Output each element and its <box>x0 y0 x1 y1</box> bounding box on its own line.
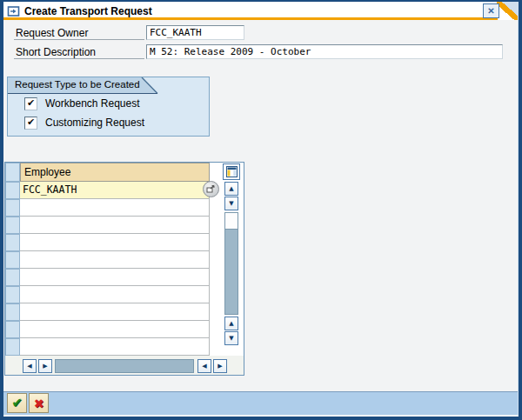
short-description-underline <box>14 58 144 59</box>
possible-entries-icon <box>206 184 216 194</box>
green-check-icon: ✔ <box>11 397 23 410</box>
arrow-right-icon: ▶ <box>218 363 222 370</box>
employee-cell[interactable] <box>20 199 210 217</box>
employee-cell[interactable] <box>20 234 210 251</box>
row-selector[interactable] <box>5 251 20 269</box>
arrow-right-icon: ▶ <box>43 363 47 370</box>
row-selector[interactable] <box>5 338 20 356</box>
customizing-request-option: ✔ Customizing Request <box>24 117 144 129</box>
title-accent-line <box>3 17 498 20</box>
window-border-top <box>0 0 522 2</box>
close-icon: ✕ <box>487 7 494 16</box>
dialog-toolbar <box>3 391 518 415</box>
row-selector[interactable] <box>5 303 20 321</box>
arrow-left-icon: ◀ <box>202 363 206 370</box>
employee-cell[interactable] <box>20 338 210 356</box>
horizontal-scrollbar-track[interactable] <box>55 359 194 373</box>
row-selector[interactable] <box>5 217 20 234</box>
table-settings-button[interactable] <box>223 163 240 180</box>
selector-column-header[interactable] <box>5 163 20 182</box>
employee-cell[interactable] <box>20 321 210 338</box>
scroll-left-end-button[interactable]: ◀ <box>197 359 211 373</box>
request-owner-label: Request Owner <box>16 27 88 39</box>
arrow-down-icon: ▼ <box>229 336 233 342</box>
cancel-button[interactable]: ✖ <box>29 393 49 413</box>
row-selector[interactable] <box>5 269 20 286</box>
employee-cell[interactable]: FCC_KAATH <box>20 182 210 199</box>
workbench-request-option: ✔ Workbench Request <box>24 97 140 110</box>
employee-cell[interactable] <box>20 251 210 269</box>
table-row: FCC_KAATH <box>5 182 210 199</box>
row-selector[interactable] <box>5 234 20 251</box>
customizing-request-label: Customizing Request <box>45 117 144 129</box>
workbench-request-checkbox[interactable]: ✔ <box>24 97 37 110</box>
window-title: Create Transport Request <box>24 5 152 17</box>
scroll-down-bottom-button[interactable]: ▼ <box>224 331 238 345</box>
window-border-bottom <box>0 417 522 420</box>
table-row <box>5 303 210 321</box>
confirm-button[interactable]: ✔ <box>7 393 27 413</box>
employee-table: Employee FCC_KAATH ▲ ▼ ▲ ▼ ◀ ▶ <box>4 162 244 376</box>
scroll-left-button[interactable]: ◀ <box>23 359 37 373</box>
row-selector[interactable] <box>5 286 20 303</box>
window-border-left <box>0 0 3 420</box>
request-owner-underline <box>14 39 144 40</box>
scroll-right-button[interactable]: ▶ <box>38 359 52 373</box>
employee-cell[interactable] <box>20 286 210 303</box>
table-row <box>5 217 210 234</box>
arrow-up-icon: ▲ <box>229 186 233 192</box>
table-row <box>5 251 210 269</box>
window-border-right <box>519 0 522 420</box>
title-corner-decoration <box>497 2 518 20</box>
row-selector[interactable] <box>5 321 20 338</box>
table-settings-icon <box>226 166 238 177</box>
employee-column-header[interactable]: Employee <box>20 163 210 182</box>
scroll-up-bottom-button[interactable]: ▲ <box>224 317 238 330</box>
customizing-request-checkbox[interactable]: ✔ <box>24 117 37 130</box>
scroll-down-button[interactable]: ▼ <box>224 197 238 210</box>
scroll-right-end-button[interactable]: ▶ <box>213 359 227 373</box>
table-row <box>5 286 210 303</box>
employee-cell[interactable] <box>20 269 210 286</box>
request-owner-input[interactable] <box>146 25 244 40</box>
table-row <box>5 234 210 251</box>
create-transport-request-dialog: Create Transport Request ✕ Request Owner… <box>0 0 522 420</box>
vertical-scrollbar-thumb[interactable] <box>225 213 238 230</box>
dialog-icon <box>7 5 20 17</box>
check-icon: ✔ <box>27 98 35 108</box>
table-row <box>5 269 210 286</box>
request-type-groupbox: Request Type to be Created ✔ Workbench R… <box>7 77 210 137</box>
check-icon: ✔ <box>27 117 35 127</box>
short-description-input[interactable] <box>146 44 503 59</box>
arrow-left-icon: ◀ <box>27 363 31 370</box>
scroll-up-button[interactable]: ▲ <box>224 182 238 196</box>
row-selector[interactable] <box>5 199 20 217</box>
possible-entries-button[interactable] <box>203 181 219 197</box>
employee-cell[interactable] <box>20 217 210 234</box>
short-description-label: Short Description <box>16 46 96 58</box>
table-row <box>5 338 210 356</box>
vertical-scrollbar-track[interactable] <box>224 212 238 315</box>
arrow-down-icon: ▼ <box>229 201 233 207</box>
employee-cell[interactable] <box>20 303 210 321</box>
workbench-request-label: Workbench Request <box>45 97 140 110</box>
table-row <box>5 199 210 217</box>
table-row <box>5 321 210 338</box>
arrow-up-icon: ▲ <box>229 321 233 327</box>
close-button[interactable]: ✕ <box>483 3 499 18</box>
row-selector[interactable] <box>5 182 20 199</box>
groupbox-title: Request Type to be Created <box>15 79 140 90</box>
red-cross-icon: ✖ <box>34 397 44 410</box>
